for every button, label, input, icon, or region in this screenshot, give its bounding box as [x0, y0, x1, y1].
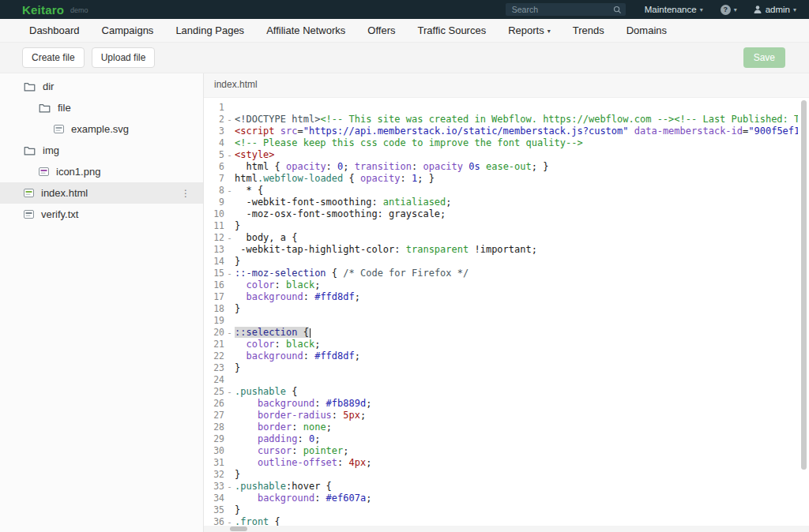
fold-gutter — [224, 126, 235, 137]
user-menu[interactable]: admin ▾ — [753, 5, 796, 14]
code-line[interactable]: 35} — [204, 504, 798, 516]
code-line[interactable]: 31 outline-offset: 4px; — [204, 457, 798, 469]
line-number: 35 — [204, 504, 224, 516]
line-number: 10 — [204, 208, 224, 220]
editor-tab-index-html[interactable]: index.html — [204, 79, 268, 97]
code-line[interactable]: 12- body, a { — [204, 232, 798, 244]
fold-marker-icon[interactable]: - — [224, 232, 235, 244]
code-line-text: ::selection { — [235, 327, 798, 339]
tree-item-verify-txt[interactable]: verify.txt — [0, 204, 203, 225]
code-line[interactable]: 15-::-moz-selection { /* Code for Firefo… — [204, 268, 798, 279]
code-line-text: } — [235, 303, 798, 315]
fold-gutter — [224, 220, 235, 232]
tree-item-img[interactable]: img — [0, 140, 203, 161]
code-line[interactable]: 21 color: black; — [204, 339, 798, 350]
nav-item-affiliate-networks[interactable]: Affiliate Networks — [266, 24, 345, 36]
code-line[interactable]: 7html.webflow-loaded { opacity: 1; } — [204, 173, 798, 185]
line-number: 4 — [204, 137, 224, 149]
save-button[interactable]: Save — [743, 47, 785, 68]
code-line[interactable]: 16 color: black; — [204, 279, 798, 291]
line-number: 8 — [204, 185, 224, 197]
code-line[interactable]: 1 — [204, 102, 798, 114]
nav-item-landing-pages[interactable]: Landing Pages — [175, 24, 244, 36]
code-line[interactable]: 14} — [204, 256, 798, 268]
chevron-down-icon: ▾ — [793, 6, 796, 13]
code-line[interactable]: 3<script src="https://api.memberstack.io… — [204, 126, 798, 137]
code-line-text: html { opacity: 0; transition: opacity 0… — [235, 161, 798, 173]
code-line[interactable]: 22 background: #ffd8df; — [204, 350, 798, 362]
create-file-button[interactable]: Create file — [22, 47, 85, 68]
code-line[interactable]: 20-::selection { — [204, 327, 798, 339]
tree-item-index-html[interactable]: index.html⋮ — [0, 182, 203, 204]
code-line[interactable]: 10 -moz-osx-font-smoothing: grayscale; — [204, 208, 798, 220]
nav-item-campaigns[interactable]: Campaigns — [102, 24, 154, 36]
code-line[interactable]: 32} — [204, 469, 798, 481]
code-line[interactable]: 30 cursor: pointer; — [204, 445, 798, 457]
code-line[interactable]: 13 -webkit-tap-highlight-color: transpar… — [204, 244, 798, 256]
code-line[interactable]: 18} — [204, 303, 798, 315]
fold-marker-icon[interactable]: - — [224, 327, 235, 339]
maintenance-menu[interactable]: Maintenance ▾ — [645, 5, 703, 14]
tree-item-dir[interactable]: dir — [0, 76, 203, 97]
nav-item-trends[interactable]: Trends — [573, 24, 604, 36]
code-line-text: <!DOCTYPE html><!-- This site was create… — [235, 114, 798, 126]
fold-marker-icon[interactable]: - — [224, 386, 235, 398]
code-line[interactable]: 17 background: #ffd8df; — [204, 291, 798, 303]
nav-item-traffic-sources[interactable]: Traffic Sources — [417, 24, 486, 36]
tree-item-label: index.html — [41, 187, 88, 199]
code-line[interactable]: 11} — [204, 220, 798, 232]
code-line[interactable]: 4<!-- Please keep this css code to impro… — [204, 137, 798, 149]
tree-item-example-svg[interactable]: example.svg — [0, 118, 203, 140]
code-line-text — [235, 102, 798, 114]
code-line-text: .pushable:hover { — [235, 481, 798, 493]
code-line[interactable]: 6 html { opacity: 0; transition: opacity… — [204, 161, 798, 173]
help-menu[interactable]: ? ▾ — [721, 5, 737, 15]
code-line-text: -webkit-tap-highlight-color: transparent… — [235, 244, 798, 256]
tree-item-label: file — [58, 102, 71, 114]
fold-gutter — [224, 256, 235, 268]
search-input[interactable] — [512, 5, 613, 14]
tree-item-label: example.svg — [71, 123, 129, 135]
tree-item-icon1-png[interactable]: icon1.png — [0, 161, 203, 182]
code-line[interactable]: 29 padding: 0; — [204, 433, 798, 445]
code-line[interactable]: 9 -webkit-font-smoothing: antialiased; — [204, 197, 798, 208]
text-cursor — [310, 328, 310, 338]
horizontal-scrollbar-thumb[interactable] — [230, 526, 247, 531]
nav-item-offers[interactable]: Offers — [367, 24, 395, 36]
code-line[interactable]: 5-<style> — [204, 149, 798, 161]
chevron-down-icon: ▾ — [734, 6, 737, 13]
code-line[interactable]: 8- * { — [204, 185, 798, 197]
fold-marker-icon[interactable]: - — [224, 268, 235, 279]
nav-item-dashboard[interactable]: Dashboard — [29, 24, 80, 36]
code-area[interactable]: 12-<!DOCTYPE html><!-- This site was cre… — [204, 98, 809, 528]
nav-item-reports[interactable]: Reports▾ — [508, 24, 551, 36]
item-menu-icon[interactable]: ⋮ — [181, 188, 190, 199]
fold-marker-icon[interactable]: - — [224, 114, 235, 126]
code-line[interactable]: 23} — [204, 362, 798, 374]
fold-marker-icon[interactable]: - — [224, 481, 235, 493]
code-line[interactable]: 25-.pushable { — [204, 386, 798, 398]
fold-gutter — [224, 339, 235, 350]
tree-item-file[interactable]: file — [0, 97, 203, 118]
vertical-scrollbar[interactable] — [801, 100, 807, 470]
code-line[interactable]: 27 border-radius: 5px; — [204, 410, 798, 421]
chevron-down-icon: ▾ — [700, 6, 703, 13]
code-line[interactable]: 2-<!DOCTYPE html><!-- This site was crea… — [204, 114, 798, 126]
global-search[interactable] — [506, 3, 626, 16]
code-line[interactable]: 26 background: #fb889d; — [204, 398, 798, 410]
code-line[interactable]: 24 — [204, 374, 798, 386]
user-label: admin — [766, 5, 790, 14]
code-line[interactable]: 34 background: #ef607a; — [204, 493, 798, 504]
upload-file-button[interactable]: Upload file — [92, 47, 156, 68]
line-number: 26 — [204, 398, 224, 410]
code-line-text — [235, 315, 798, 327]
nav-item-domains[interactable]: Domains — [627, 24, 667, 36]
code-line[interactable]: 19 — [204, 315, 798, 327]
line-number: 12 — [204, 232, 224, 244]
code-line[interactable]: 28 border: none; — [204, 421, 798, 433]
fold-marker-icon[interactable]: - — [224, 149, 235, 161]
fold-marker-icon[interactable]: - — [224, 185, 235, 197]
horizontal-scrollbar[interactable] — [204, 526, 809, 532]
code-line[interactable]: 33-.pushable:hover { — [204, 481, 798, 493]
code-line-text: border: none; — [235, 421, 798, 433]
